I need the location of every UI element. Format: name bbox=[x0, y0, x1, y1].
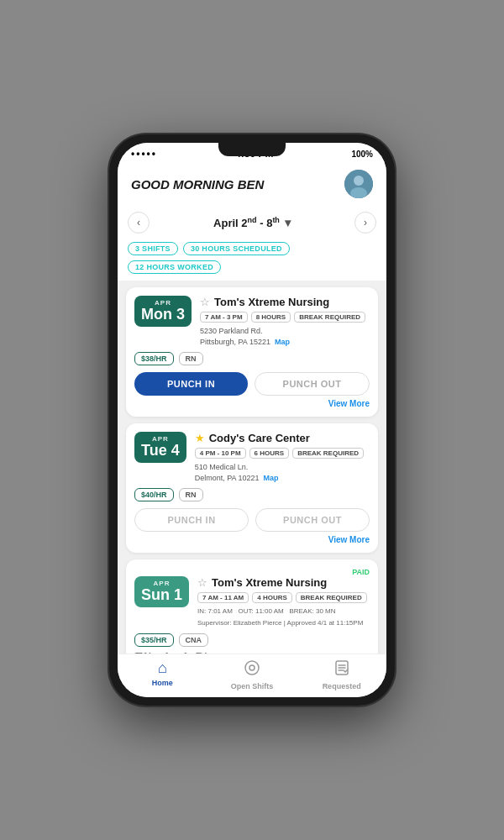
hours-worked-stat: 12 HOURS WORKED bbox=[128, 260, 221, 274]
date-badge-sun1: APR Sun 1 bbox=[134, 576, 189, 607]
hours-scheduled-stat: 30 HOURS SCHEDULED bbox=[183, 242, 290, 255]
paid-badge: PAID bbox=[352, 568, 370, 576]
svg-point-4 bbox=[249, 665, 255, 670]
shift-meta-mon3: $38/HR RN bbox=[134, 352, 370, 365]
greeting-text: GOOD MORNING BEN bbox=[131, 177, 264, 192]
svg-point-1 bbox=[354, 176, 364, 186]
shifts-stat: 3 SHIFTS bbox=[128, 242, 178, 255]
notch bbox=[218, 143, 286, 156]
shift-supervisor-sun1: Supervisor: Elizabeth Pierce | Approved … bbox=[197, 618, 370, 628]
role-badge-sun1: CNA bbox=[179, 633, 209, 647]
date-badge-tue4: APR Tue 4 bbox=[134, 432, 186, 463]
shift-hours-tag-sun1: 4 HOURS bbox=[252, 592, 292, 603]
shift-time-tag: 7 AM - 3 PM bbox=[200, 312, 248, 323]
nav-requested[interactable]: Requested bbox=[317, 659, 367, 690]
favorite-icon-sun1[interactable]: ☆ bbox=[197, 576, 207, 589]
signal-indicator: ••••• bbox=[131, 148, 157, 160]
home-icon: ⌂ bbox=[158, 659, 167, 677]
role-badge-mon3: RN bbox=[179, 352, 203, 365]
week-label: April 2nd - 8th ▾ bbox=[156, 216, 348, 229]
shift-title-row-sun1: ☆ Tom's Xtreme Nursing bbox=[197, 576, 370, 589]
address-line1: 5230 Parkland Rd. bbox=[200, 326, 370, 337]
shift-title-row: ☆ Tom's Xtreme Nursing bbox=[200, 296, 370, 308]
bottom-navigation: ⌂ Home Open Shifts bbox=[118, 654, 386, 697]
shift-meta-tue4: $40/HR RN bbox=[134, 488, 370, 501]
punch-out-button-mon3[interactable]: PUNCH OUT bbox=[255, 372, 370, 396]
date-month: APR bbox=[141, 299, 185, 307]
prev-week-button[interactable]: ‹ bbox=[128, 212, 150, 234]
shift-hours-tag: 8 HOURS bbox=[251, 312, 291, 323]
rate-badge-tue4: $40/HR bbox=[134, 488, 174, 501]
user-avatar[interactable] bbox=[344, 170, 373, 198]
phone-screen: ••••• 4:30 PM 100% GOOD MORNING BEN ‹ Ap… bbox=[118, 143, 386, 697]
shift-card-tue4: APR Tue 4 ★ Cody's Care Center 4 PM - 10… bbox=[126, 423, 378, 553]
address-line2-tue4: Delmont, PA 10221 Map bbox=[195, 473, 370, 484]
week-navigation: ‹ April 2nd - 8th ▾ › bbox=[118, 207, 386, 239]
shifts-list: APR Mon 3 ☆ Tom's Xtreme Nursing 7 AM - … bbox=[118, 281, 386, 654]
shift-time-tag-tue4: 4 PM - 10 PM bbox=[195, 448, 246, 459]
shift-address-mon3: 5230 Parkland Rd. Pittsburgh, PA 15221 M… bbox=[200, 326, 370, 347]
shift-card-sun1-tom: PAID APR Sun 1 ☆ Tom's Xtreme Nursing bbox=[126, 559, 378, 654]
rate-badge-mon3: $38/HR bbox=[134, 352, 174, 365]
requested-icon bbox=[333, 659, 350, 680]
address-line1-tue4: 510 Medical Ln. bbox=[195, 462, 370, 473]
next-week-button[interactable]: › bbox=[354, 212, 376, 234]
app-header: GOOD MORNING BEN bbox=[118, 163, 386, 207]
shift-header-tue4: APR Tue 4 ★ Cody's Care Center 4 PM - 10… bbox=[134, 432, 370, 483]
date-weekday-day: Mon 3 bbox=[141, 307, 185, 323]
week-dropdown-icon[interactable]: ▾ bbox=[285, 216, 291, 229]
shift-title-mon3: Tom's Xtreme Nursing bbox=[214, 296, 329, 308]
shift-title-sun1: Tom's Xtreme Nursing bbox=[212, 576, 327, 589]
punch-row-mon3: PUNCH IN PUNCH OUT bbox=[134, 372, 370, 396]
view-more-mon3[interactable]: View More bbox=[134, 399, 370, 408]
phone-frame: ••••• 4:30 PM 100% GOOD MORNING BEN ‹ Ap… bbox=[109, 134, 395, 706]
date-day-sun1: Sun 1 bbox=[141, 587, 182, 604]
shift-address-tue4: 510 Medical Ln. Delmont, PA 10221 Map bbox=[195, 462, 370, 483]
map-link-tue4[interactable]: Map bbox=[264, 474, 279, 482]
svg-point-3 bbox=[245, 661, 259, 675]
shift-break-tag-tue4: BREAK REQUIRED bbox=[292, 448, 364, 459]
signature-sun1: Elizabeth Pierce bbox=[134, 650, 370, 654]
nav-open-shifts-label: Open Shifts bbox=[231, 682, 274, 690]
punch-row-tue4: PUNCH IN PUNCH OUT bbox=[134, 508, 370, 532]
date-month-sun1: APR bbox=[141, 580, 182, 587]
shift-detail-sun1: IN: 7:01 AM OUT: 11:00 AM BREAK: 30 MN bbox=[197, 606, 370, 617]
nav-open-shifts[interactable]: Open Shifts bbox=[227, 659, 277, 690]
punch-out-button-tue4[interactable]: PUNCH OUT bbox=[255, 508, 370, 532]
role-badge-tue4: RN bbox=[179, 488, 203, 501]
favorite-icon-mon3[interactable]: ☆ bbox=[200, 296, 210, 308]
nav-home[interactable]: ⌂ Home bbox=[137, 659, 187, 690]
shift-header: APR Mon 3 ☆ Tom's Xtreme Nursing 7 AM - … bbox=[134, 296, 370, 347]
rate-badge-sun1: $35/HR bbox=[134, 633, 174, 647]
view-more-tue4[interactable]: View More bbox=[134, 535, 370, 544]
address-line2: Pittsburgh, PA 15221 Map bbox=[200, 337, 370, 348]
shift-info-mon3: ☆ Tom's Xtreme Nursing 7 AM - 3 PM 8 HOU… bbox=[200, 296, 370, 347]
shift-card-mon3: APR Mon 3 ☆ Tom's Xtreme Nursing 7 AM - … bbox=[126, 287, 378, 417]
punch-in-button-tue4[interactable]: PUNCH IN bbox=[134, 508, 249, 532]
date-month-tue4: APR bbox=[141, 435, 180, 443]
shift-tags-sun1: 7 AM - 11 AM 4 HOURS BREAK REQUIRED bbox=[197, 592, 370, 603]
date-badge-mon3: APR Mon 3 bbox=[134, 296, 192, 327]
shift-break-tag: BREAK REQUIRED bbox=[294, 312, 365, 323]
week-start: April 2nd - 8th bbox=[213, 216, 280, 229]
shift-hours-tag-tue4: 6 HOURS bbox=[249, 448, 290, 459]
shift-tags-mon3: 7 AM - 3 PM 8 HOURS BREAK REQUIRED bbox=[200, 312, 370, 323]
battery-indicator: 100% bbox=[351, 150, 373, 159]
shift-title-tue4: Cody's Care Center bbox=[209, 432, 310, 444]
shift-header-sun1: APR Sun 1 ☆ Tom's Xtreme Nursing 7 AM - … bbox=[134, 576, 370, 628]
shift-title-row-tue4: ★ Cody's Care Center bbox=[195, 432, 370, 444]
punch-in-button-mon3[interactable]: PUNCH IN bbox=[134, 372, 248, 396]
nav-home-label: Home bbox=[152, 679, 173, 687]
favorite-icon-tue4[interactable]: ★ bbox=[195, 432, 205, 444]
shift-break-tag-sun1: BREAK REQUIRED bbox=[296, 592, 367, 603]
shift-time-tag-sun1: 7 AM - 11 AM bbox=[197, 592, 249, 603]
stats-bar: 3 SHIFTS 30 HOURS SCHEDULED 12 HOURS WOR… bbox=[118, 239, 386, 281]
map-link-mon3[interactable]: Map bbox=[275, 338, 290, 346]
shift-tags-tue4: 4 PM - 10 PM 6 HOURS BREAK REQUIRED bbox=[195, 448, 370, 459]
shift-info-tue4: ★ Cody's Care Center 4 PM - 10 PM 6 HOUR… bbox=[195, 432, 370, 483]
nav-requested-label: Requested bbox=[323, 682, 361, 690]
shift-info-sun1: ☆ Tom's Xtreme Nursing 7 AM - 11 AM 4 HO… bbox=[197, 576, 370, 628]
status-row-sun1: PAID bbox=[134, 568, 370, 576]
date-weekday-day-tue4: Tue 4 bbox=[141, 443, 180, 459]
open-shifts-icon bbox=[244, 659, 260, 680]
